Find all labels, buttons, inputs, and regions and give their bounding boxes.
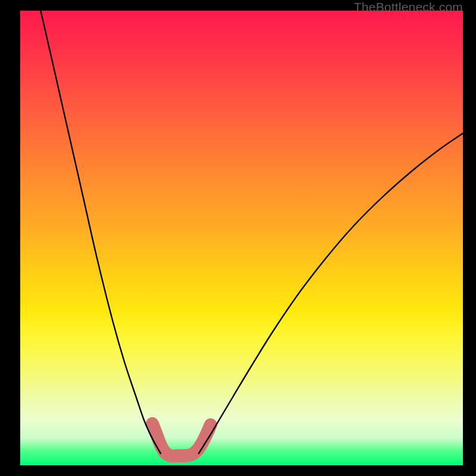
chart-svg [20, 11, 463, 465]
marker-trough [152, 424, 211, 456]
right-curve [199, 133, 463, 453]
left-curve [39, 11, 161, 453]
watermark-text: TheBottleneck.com [354, 0, 463, 14]
